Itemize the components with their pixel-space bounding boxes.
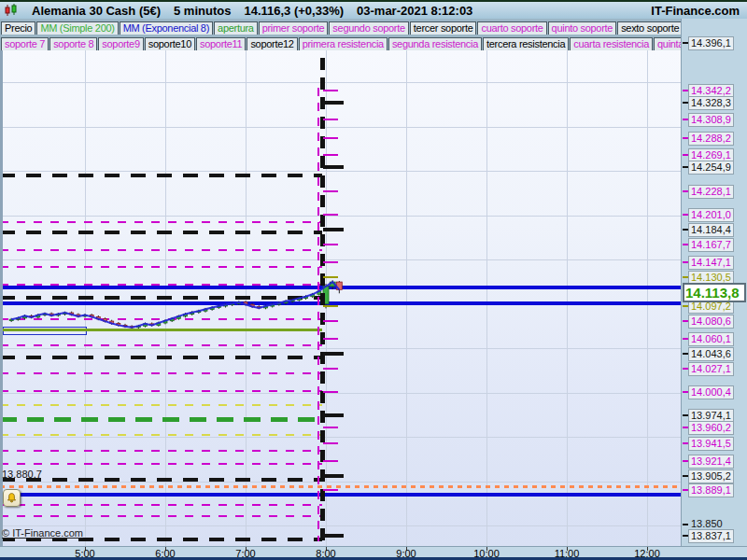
spike-level-tick xyxy=(323,119,338,120)
legend-item-row2-6[interactable]: primera resistencia xyxy=(299,37,388,50)
legend-item-row1-1[interactable]: MM (Simple 200) xyxy=(36,21,118,35)
legend-item-row1-8[interactable]: quinto soporte xyxy=(548,21,617,35)
legend-row-2: soporte 7soporte 8soporte9soporte10sopor… xyxy=(0,35,681,50)
legend-item-row2-0[interactable]: soporte 7 xyxy=(1,37,49,50)
spike-level-tick xyxy=(323,190,338,192)
spike-level-tick xyxy=(323,474,344,478)
legend-item-row1-2[interactable]: MM (Exponencial 8) xyxy=(120,21,213,35)
spike-level-tick xyxy=(323,154,338,156)
price-axis-label: 14.043,6 xyxy=(688,347,734,361)
spike-level-tick xyxy=(323,534,344,538)
legend-item-row2-8[interactable]: tercera resistencia xyxy=(483,37,569,50)
candlestick-series xyxy=(0,50,681,546)
spike-level-tick xyxy=(323,413,344,417)
legend-row-1: PrecioMM (Simple 200)MM (Exponencial 8)a… xyxy=(0,19,681,35)
candlestick-icon xyxy=(4,3,19,18)
price-axis-label: 14.254,9 xyxy=(688,161,734,175)
spike-level-tick xyxy=(323,276,338,278)
spike-level-tick xyxy=(323,368,338,370)
spike-level-tick xyxy=(323,338,338,340)
brand-label: IT-Finance.com xyxy=(651,4,740,18)
timeframe-label: 5 minutos xyxy=(174,4,231,18)
price-axis-label: 14.396,1 xyxy=(688,36,734,50)
legend-item-row2-1[interactable]: soporte 8 xyxy=(49,37,97,50)
price-axis-label: 14.328,3 xyxy=(688,96,734,110)
legend-item-row2-10[interactable]: quinta resistencia xyxy=(654,37,681,50)
legend-item-row1-9[interactable]: sexto soporte xyxy=(617,21,681,35)
price-axis-label: 14.080,6 xyxy=(688,315,734,329)
price-axis-label: 14.288,2 xyxy=(688,132,734,146)
price-axis-label: 13.889,1 xyxy=(688,483,734,497)
price-axis-label: 13.837,1 xyxy=(688,529,734,543)
legend-item-row2-7[interactable]: segunda resistencia xyxy=(388,37,482,50)
spike-level-tick xyxy=(323,137,338,139)
current-price-label: 14.113,8 xyxy=(683,283,746,302)
legend-item-row1-0[interactable]: Precio xyxy=(1,21,35,35)
price-axis-label: 14.147,1 xyxy=(688,256,734,270)
legend-item-row2-3[interactable]: soporte10 xyxy=(145,37,195,50)
copyright-link[interactable]: © IT-Finance.com xyxy=(2,527,83,539)
legend-item-row2-9[interactable]: cuarta resistencia xyxy=(570,37,653,50)
legend-item-row1-3[interactable]: apertura xyxy=(214,21,258,35)
price-axis-label: 14.060,1 xyxy=(688,332,734,346)
quote-datetime: 03-mar-2021 8:12:03 xyxy=(357,4,472,18)
instrument-name: Alemania 30 Cash (5€) xyxy=(32,4,161,18)
titlebar: Alemania 30 Cash (5€) 5 minutos 14.116,3… xyxy=(0,0,747,19)
price-axis-label: 14.184,4 xyxy=(688,223,734,237)
spike-level-tick xyxy=(323,320,338,322)
price-axis-label: 13.905,2 xyxy=(688,469,734,483)
plot-area[interactable]: 13.880,7 © IT-Finance.com xyxy=(0,50,681,546)
spike-level-tick xyxy=(323,101,344,105)
axis-tick xyxy=(683,524,688,525)
legend-item-row1-6[interactable]: tercer soporte xyxy=(410,21,477,35)
legend-item-row1-7[interactable]: cuarto soporte xyxy=(477,21,546,35)
price-annotation: 13.880,7 xyxy=(2,469,42,480)
spike-level-tick xyxy=(323,427,338,428)
legend-item-row1-4[interactable]: primer soporte xyxy=(259,21,329,35)
chart-window: Alemania 30 Cash (5€) 5 minutos 14.116,3… xyxy=(0,0,747,560)
price-axis-label: 14.027,1 xyxy=(688,362,734,376)
spike-level-tick xyxy=(323,228,344,231)
spike-level-tick xyxy=(323,244,338,245)
price-axis[interactable]: 14.396,114.342,214.328,314.308,914.288,2… xyxy=(681,19,747,546)
spike-level-tick xyxy=(323,305,338,307)
price-axis-label: 14.228,1 xyxy=(688,185,734,199)
session-open-vertical-black xyxy=(320,58,325,544)
spike-level-tick xyxy=(323,460,338,462)
last-quote: 14.116,3 (+0,33%) xyxy=(244,4,344,18)
spike-level-tick xyxy=(323,90,338,91)
price-axis-label: 13.941,5 xyxy=(688,437,734,451)
price-axis-label: 14.308,9 xyxy=(688,113,734,127)
spike-level-tick xyxy=(323,442,338,444)
session-open-vertical-magenta xyxy=(317,88,319,541)
spike-level-tick xyxy=(323,391,338,393)
spike-level-tick xyxy=(323,165,344,169)
price-axis-label: 13.960,2 xyxy=(688,421,734,435)
alarm-bell-icon[interactable] xyxy=(3,489,21,507)
price-axis-label: 14.201,0 xyxy=(688,208,734,222)
mm-exponential-8-line xyxy=(11,282,339,328)
price-axis-label: 13.921,4 xyxy=(688,455,734,469)
legend-item-row2-2[interactable]: soporte9 xyxy=(98,37,143,50)
spike-level-tick xyxy=(323,352,344,356)
legend-item-row2-5[interactable]: soporte12 xyxy=(247,37,297,50)
legend-item-row2-4[interactable]: soporte11 xyxy=(196,37,246,50)
price-axis-label: 14.167,7 xyxy=(688,238,734,252)
spike-level-tick xyxy=(323,489,338,491)
spike-level-tick xyxy=(323,261,338,263)
price-axis-label: 13.850 xyxy=(689,518,725,530)
legend-item-row1-5[interactable]: segundo soporte xyxy=(329,21,408,35)
spike-level-tick xyxy=(323,214,338,216)
price-axis-label: 14.000,4 xyxy=(688,385,734,399)
